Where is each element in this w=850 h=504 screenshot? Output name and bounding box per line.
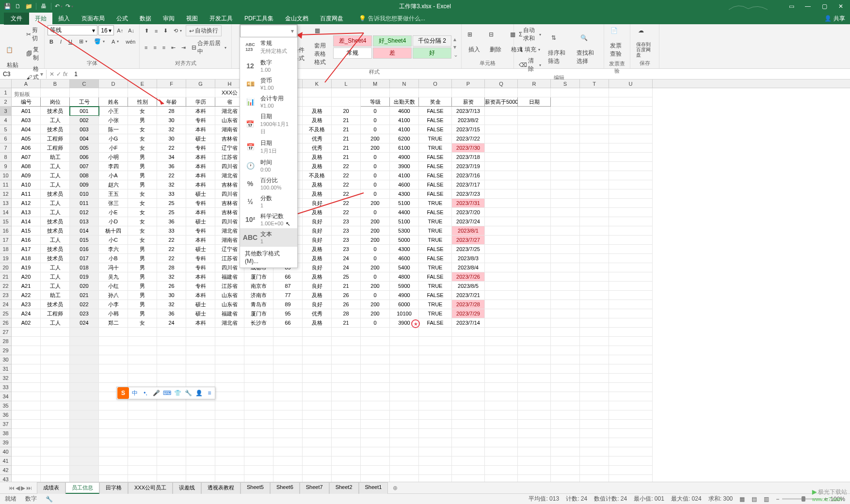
table-cell[interactable] [580, 346, 609, 355]
sheet-tab[interactable]: Sheet7 [300, 482, 329, 494]
table-cell[interactable]: 2023/7/13 [452, 107, 485, 116]
table-cell[interactable]: 工人 [41, 282, 70, 291]
table-cell[interactable] [128, 346, 157, 355]
tab-developer[interactable]: 开发工具 [204, 13, 239, 25]
table-cell[interactable] [609, 346, 653, 355]
table-cell[interactable] [273, 383, 303, 392]
table-cell[interactable] [485, 236, 518, 245]
table-cell[interactable] [390, 392, 419, 401]
table-cell[interactable]: FALSE [419, 116, 452, 125]
table-cell[interactable]: 22 [157, 245, 186, 254]
row-header[interactable]: 9 [0, 162, 12, 171]
table-cell[interactable]: A07 [12, 153, 41, 162]
table-cell[interactable] [128, 328, 157, 337]
table-cell[interactable]: 022 [70, 300, 99, 309]
align-bottom-icon[interactable]: ⬇ [161, 27, 170, 35]
font-size-combo[interactable]: 16▾ [98, 25, 114, 35]
table-cell[interactable]: 017 [70, 254, 99, 263]
increase-font-icon[interactable]: A↑ [115, 25, 125, 35]
table-cell[interactable] [551, 410, 580, 420]
table-cell[interactable] [303, 466, 332, 475]
table-cell[interactable]: 0 [361, 254, 390, 263]
table-cell[interactable]: 0 [361, 291, 390, 300]
table-cell[interactable] [70, 420, 99, 429]
minimize-icon[interactable]: — [802, 1, 814, 11]
table-cell[interactable] [419, 88, 452, 97]
table-cell[interactable] [609, 125, 653, 134]
table-cell[interactable] [580, 125, 609, 134]
table-cell[interactable] [609, 383, 653, 392]
table-cell[interactable] [99, 457, 128, 466]
table-cell[interactable]: 25 [157, 199, 186, 208]
table-cell[interactable] [361, 88, 390, 97]
column-header[interactable]: S [551, 79, 580, 88]
table-cell[interactable]: 技术员 [41, 125, 70, 134]
table-cell[interactable]: 21 [332, 125, 361, 134]
table-cell[interactable] [580, 420, 609, 429]
table-cell[interactable]: 003 [70, 125, 99, 134]
row-header[interactable]: 27 [0, 328, 12, 337]
style-good-sheet4[interactable]: 好_Sheet4 [373, 35, 412, 47]
table-cell[interactable] [244, 374, 273, 383]
table-cell[interactable] [551, 383, 580, 392]
table-cell[interactable] [485, 180, 518, 189]
table-cell[interactable]: TRUE [419, 282, 452, 291]
table-cell[interactable] [419, 410, 452, 420]
row-header[interactable]: 8 [0, 153, 12, 162]
worksheet-grid[interactable]: ABCDEFGHIJKLMNOPQRSTU 1XXX公2编号岗位工号姓名性别年龄… [0, 79, 850, 482]
table-cell[interactable] [215, 438, 244, 447]
table-cell[interactable] [215, 475, 244, 482]
table-cell[interactable] [12, 401, 41, 410]
table-cell[interactable] [518, 410, 551, 420]
tab-formula[interactable]: 公式 [111, 13, 134, 25]
table-cell[interactable] [485, 300, 518, 309]
table-cell[interactable] [128, 88, 157, 97]
table-cell[interactable] [361, 392, 390, 401]
table-cell[interactable]: 优秀 [303, 309, 332, 318]
table-cell[interactable]: 工人 [41, 162, 70, 171]
table-cell[interactable]: 32 [157, 180, 186, 189]
copy-button[interactable]: 🗐复制 [24, 45, 41, 63]
table-cell[interactable] [518, 401, 551, 410]
table-cell[interactable]: 女 [128, 189, 157, 199]
tab-review[interactable]: 审阅 [157, 13, 180, 25]
sheet-tab[interactable]: 田字格 [99, 482, 128, 494]
table-cell[interactable] [41, 401, 70, 410]
table-cell[interactable]: 0 [361, 171, 390, 180]
table-cell[interactable] [303, 410, 332, 420]
table-cell[interactable] [332, 447, 361, 457]
table-cell[interactable]: 本科 [186, 162, 215, 171]
style-thousand[interactable]: 千位分隔 2 [413, 35, 451, 47]
table-cell[interactable]: 34 [157, 153, 186, 162]
table-cell[interactable]: 2023/7/31 [452, 199, 485, 208]
table-cell[interactable] [580, 107, 609, 116]
table-cell[interactable]: 22 [332, 180, 361, 189]
table-cell[interactable]: 男 [128, 162, 157, 171]
invoice-check-button[interactable]: 📄发票查验 [607, 25, 627, 60]
table-cell[interactable]: 小张 [99, 116, 128, 125]
table-cell[interactable] [609, 300, 653, 309]
table-cell[interactable]: 及格 [303, 245, 332, 254]
view-normal-icon[interactable]: ▦ [739, 496, 745, 503]
table-cell[interactable]: 22 [157, 254, 186, 263]
table-cell[interactable] [390, 466, 419, 475]
table-cell[interactable] [41, 383, 70, 392]
table-cell[interactable]: 良好 [303, 263, 332, 272]
table-cell[interactable] [244, 475, 273, 482]
table-cell[interactable]: 008 [70, 171, 99, 180]
table-cell[interactable] [609, 328, 653, 337]
table-cell[interactable] [332, 355, 361, 364]
table-cell[interactable]: A04 [12, 125, 41, 134]
ime-keyboard-icon[interactable]: ⌨ [161, 388, 172, 398]
table-cell[interactable] [419, 383, 452, 392]
style-bad[interactable]: 差 [373, 47, 412, 59]
fill-color-button[interactable]: 🪣 [92, 37, 107, 46]
table-cell[interactable]: 男 [128, 171, 157, 180]
table-cell[interactable] [303, 374, 332, 383]
table-header-cell[interactable] [609, 97, 653, 107]
table-cell[interactable]: 6000 [390, 300, 419, 309]
table-cell[interactable]: 22 [157, 143, 186, 153]
table-cell[interactable]: TRUE [419, 199, 452, 208]
table-cell[interactable] [41, 392, 70, 401]
table-cell[interactable] [551, 217, 580, 226]
